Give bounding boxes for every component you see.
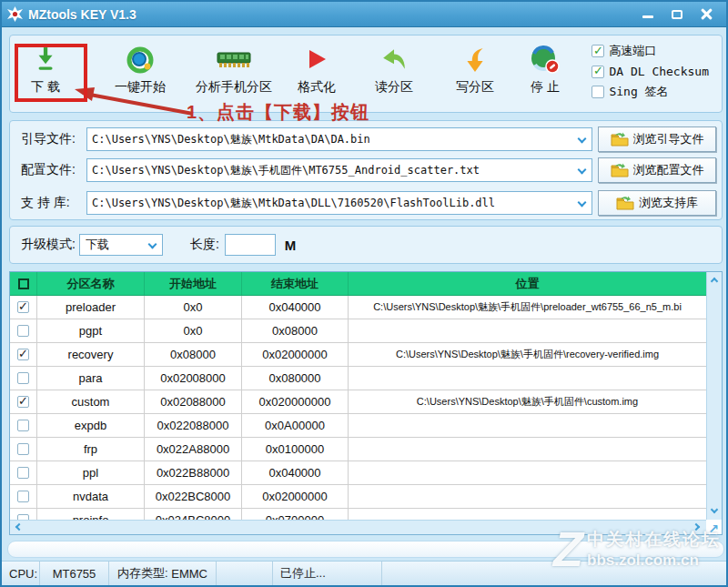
chevron-down-icon[interactable]	[147, 240, 157, 249]
cell-partition-name: pgpt	[37, 319, 145, 342]
table-row[interactable]: preloader 0x0 0x040000 C:\Users\YNS\Desk…	[10, 296, 706, 319]
row-select-checkbox[interactable]	[17, 349, 29, 360]
boot-file-combo[interactable]: C:\Users\YNS\Desktop\魅族\MtkData\DA\DA.bi…	[86, 127, 592, 151]
row-select-checkbox[interactable]	[17, 325, 29, 337]
table-row[interactable]: expdb 0x022088000 0x0A00000	[10, 414, 706, 438]
cell-end-address: 0x080000	[242, 367, 349, 390]
row-select-checkbox[interactable]	[17, 467, 29, 479]
length-input[interactable]	[225, 234, 276, 256]
download-button[interactable]: 下 载	[31, 45, 60, 96]
scroll-right-icon[interactable]	[693, 521, 704, 533]
cell-location: C:\Users\YNS\Desktop\魅族\手机固件\recovery-ve…	[349, 343, 706, 366]
table-row[interactable]: pgpt 0x0 0x08000	[10, 319, 706, 343]
status-bar: CPU: MT6755 内存类型: EMMC 已停止...	[2, 561, 726, 585]
cell-end-address: 0x02000000	[242, 343, 349, 366]
upgrade-mode-label: 升级模式:	[10, 237, 76, 253]
table-row[interactable]: para 0x02008000 0x080000	[10, 367, 706, 390]
select-all-checkbox[interactable]	[18, 278, 29, 289]
checkbox-highspeed-port[interactable]: 高速端口	[592, 43, 709, 59]
app-icon	[7, 6, 23, 22]
row-select-checkbox[interactable]	[17, 301, 29, 313]
table-row[interactable]: recovery 0x08000 0x02000000 C:\Users\YNS…	[10, 343, 706, 367]
da-dl-checksum-checkbox[interactable]	[592, 66, 604, 78]
config-file-value: C:\Users\YNS\Desktop\魅族\手机固件\MT6755_Andr…	[92, 163, 480, 178]
folder-icon	[611, 163, 629, 177]
cell-location	[349, 461, 706, 484]
config-file-combo[interactable]: C:\Users\YNS\Desktop\魅族\手机固件\MT6755_Andr…	[86, 158, 592, 182]
sing-signature-checkbox[interactable]	[592, 86, 604, 98]
cell-location	[349, 509, 706, 520]
chevron-down-icon[interactable]	[578, 166, 587, 175]
highspeed-port-checkbox[interactable]	[592, 45, 604, 57]
cell-location	[349, 319, 706, 342]
table-row[interactable]: proinfo 0x024BC8000 0x0700000	[10, 509, 706, 520]
cell-start-address: 0x02088000	[145, 390, 242, 413]
format-button[interactable]: 格式化	[298, 45, 336, 96]
maximize-icon[interactable]	[670, 8, 684, 21]
row-select-checkbox[interactable]	[17, 396, 29, 408]
table-row[interactable]: custom 0x02088000 0x020000000 C:\Users\Y…	[10, 390, 706, 414]
cell-start-address: 0x022BC8000	[145, 485, 242, 508]
chevron-down-icon[interactable]	[578, 135, 587, 144]
read-partition-icon	[381, 45, 407, 76]
da-dl-checksum-label: DA DL Checksum	[609, 65, 709, 78]
cell-start-address: 0x024BC8000	[145, 509, 242, 520]
chevron-down-icon[interactable]	[578, 198, 587, 207]
row-select-checkbox[interactable]	[17, 420, 29, 431]
upgrade-mode-value: 下载	[86, 237, 109, 253]
browse-boot-file-label: 浏览引导文件	[633, 131, 704, 147]
status-text: 已停止...	[273, 562, 382, 585]
support-lib-combo[interactable]: C:\Users\YNS\Desktop\魅族\MtkData\DLL\7160…	[86, 191, 592, 215]
header-select-all[interactable]	[10, 272, 37, 295]
sing-signature-label: Sing 签名	[609, 84, 668, 100]
write-partition-label: 写分区	[456, 79, 494, 96]
vertical-scrollbar[interactable]	[706, 272, 722, 520]
memory-type-label: 内存类型:	[117, 565, 168, 582]
cell-partition-name: para	[37, 367, 145, 390]
row-select-checkbox[interactable]	[17, 372, 29, 384]
mztools-window: { "window": { "title": "MZtools KEY V1.3…	[0, 0, 728, 587]
checkbox-sing-signature[interactable]: Sing 签名	[592, 84, 709, 100]
table-row[interactable]: ppl 0x022B88000 0x040000	[10, 461, 706, 485]
read-partition-label: 读分区	[375, 79, 413, 96]
table-row[interactable]: frp 0x022A88000 0x0100000	[10, 438, 706, 461]
cell-end-address: 0x0A00000	[242, 414, 349, 437]
stop-icon	[530, 45, 561, 76]
table-row[interactable]: nvdata 0x022BC8000 0x02000000	[10, 485, 706, 509]
length-label: 长度:	[179, 237, 219, 253]
stop-button[interactable]: 停 止	[530, 45, 561, 96]
browse-config-file-button[interactable]: 浏览配置文件	[598, 157, 716, 183]
write-partition-button[interactable]: 写分区	[456, 45, 494, 96]
close-icon[interactable]	[699, 8, 713, 21]
cell-location	[349, 367, 706, 390]
status-empty-segment	[217, 562, 273, 585]
horizontal-scrollbar[interactable]	[10, 520, 706, 534]
minimize-icon[interactable]	[641, 8, 655, 21]
cell-end-address: 0x08000	[242, 319, 349, 342]
cell-partition-name: custom	[37, 390, 145, 413]
partition-table-body: preloader 0x0 0x040000 C:\Users\YNS\Desk…	[10, 296, 706, 520]
upgrade-mode-select[interactable]: 下载	[79, 234, 163, 256]
scroll-up-icon[interactable]	[709, 274, 721, 286]
cell-start-address: 0x02008000	[145, 367, 242, 390]
folder-icon	[611, 132, 629, 147]
boot-file-label: 引导文件:	[10, 131, 86, 147]
scroll-left-icon[interactable]	[12, 521, 24, 533]
cell-start-address: 0x08000	[145, 343, 242, 366]
row-select-checkbox[interactable]	[17, 491, 29, 502]
analyze-partition-label: 分析手机分区	[196, 79, 272, 96]
scroll-down-icon[interactable]	[709, 506, 721, 518]
cell-location	[349, 414, 706, 437]
row-select-checkbox[interactable]	[17, 443, 29, 455]
one-key-start-button[interactable]: 一键开始	[115, 45, 166, 96]
cell-start-address: 0x022A88000	[145, 438, 242, 460]
browse-config-file-label: 浏览配置文件	[633, 162, 704, 178]
length-unit: M	[285, 238, 297, 253]
analyze-partition-button[interactable]: 分析手机分区	[196, 45, 272, 96]
read-partition-button[interactable]: 读分区	[375, 45, 413, 96]
browse-support-lib-button[interactable]: 浏览支持库	[598, 190, 716, 216]
cell-location	[349, 485, 706, 508]
header-location: 位置	[349, 272, 706, 295]
browse-boot-file-button[interactable]: 浏览引导文件	[598, 127, 716, 152]
checkbox-da-dl-checksum[interactable]: DA DL Checksum	[592, 65, 709, 78]
